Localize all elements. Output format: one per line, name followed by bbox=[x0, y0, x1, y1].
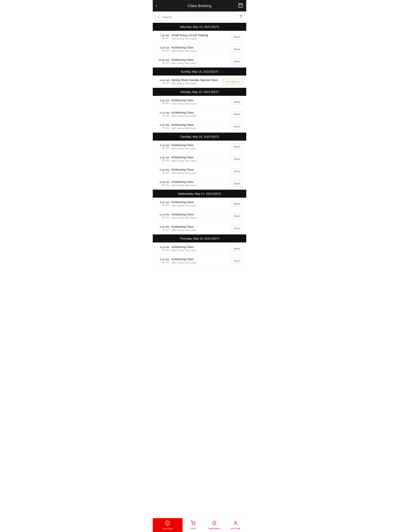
nav-book-now[interactable]: Book Now bbox=[153, 518, 183, 532]
day-header: Saturday, May 13, 2023 (EDT) bbox=[153, 23, 246, 31]
class-duration: 60 min bbox=[156, 114, 169, 117]
class-duration: 45 min bbox=[156, 228, 169, 231]
class-info: Kickboxing Classwith Cherry Hill Coach bbox=[171, 123, 228, 130]
class-time: 5:15 PM60 min bbox=[156, 213, 169, 219]
class-time-main: 5:15 PM bbox=[156, 111, 169, 114]
class-info: Kickboxing Classwith Cherry Hill Coach bbox=[171, 99, 228, 105]
check-circle-icon bbox=[165, 520, 170, 527]
class-time: 5:30 PM60 min bbox=[156, 168, 169, 174]
class-name: Kickboxing Class bbox=[171, 156, 228, 159]
search-input[interactable] bbox=[162, 15, 234, 19]
nav-my-profile[interactable]: My Profile bbox=[225, 518, 246, 532]
class-time-main: 5:30 PM bbox=[156, 168, 169, 171]
class-time-main: 9:30 AM bbox=[156, 156, 169, 159]
book-button[interactable]: Book bbox=[231, 156, 243, 162]
class-coach: with Cherry Hill Coach bbox=[171, 37, 228, 40]
class-row: 9:00 AM60 minSpring Shred Sunday Special… bbox=[153, 76, 246, 88]
class-name: Kickboxing Class bbox=[171, 143, 228, 147]
class-duration: 60 min bbox=[156, 204, 169, 207]
class-name: Small Group Circuit Training bbox=[171, 33, 228, 37]
day-header: Monday, May 15, 2023 (EDT) bbox=[153, 88, 246, 96]
book-button[interactable]: Book bbox=[231, 123, 243, 129]
class-coach: with Cherry Hill Coach bbox=[171, 261, 228, 264]
class-row: 6:30 PM45 minKickboxing Classwith Cherry… bbox=[153, 120, 246, 133]
class-info: Kickboxing Classwith Cherry Hill Coach bbox=[171, 111, 228, 117]
class-duration: 60 min bbox=[156, 102, 169, 105]
class-info: Kickboxing Classwith Cherry Hill Coach bbox=[171, 156, 228, 162]
class-duration: 60 min bbox=[156, 261, 169, 264]
search-input-wrap bbox=[155, 13, 237, 21]
book-button[interactable]: Book bbox=[231, 258, 243, 264]
class-time: 9:30 AM60 min bbox=[156, 99, 169, 105]
class-coach: with Cherry Hill Coach bbox=[171, 50, 228, 52]
book-button[interactable]: Book bbox=[231, 34, 243, 40]
class-time-main: 10:00 AM bbox=[156, 59, 169, 62]
book-button[interactable]: Book bbox=[231, 246, 243, 252]
class-info: Kickboxing Classwith Cherry Hill Coach bbox=[171, 46, 228, 52]
class-coach: with Cherry Hill Coach bbox=[171, 204, 228, 207]
class-coach: with Cherry Hill Coach bbox=[171, 249, 228, 252]
class-time-main: 7:30 AM bbox=[156, 34, 169, 37]
svg-point-12 bbox=[235, 521, 236, 523]
book-now-label: Book Now bbox=[163, 527, 172, 530]
class-duration: 60 min bbox=[156, 82, 169, 84]
store-label: Store bbox=[191, 527, 196, 530]
nav-notifications[interactable]: Notifications bbox=[204, 518, 225, 532]
app-header: ‹ Class Booking bbox=[153, 0, 246, 12]
class-info: Kickboxing Classwith Cherry Hill Coach bbox=[171, 257, 228, 264]
class-time: 9:30 AM60 min bbox=[156, 201, 169, 207]
book-button[interactable]: Book bbox=[231, 46, 243, 52]
class-time-main: 6:45 PM bbox=[156, 181, 169, 184]
person-icon bbox=[233, 521, 238, 526]
class-time: 6:15 AM45 min bbox=[156, 246, 169, 251]
book-button[interactable]: Book bbox=[231, 213, 243, 219]
book-button[interactable]: Book bbox=[231, 225, 243, 231]
class-time: 7:30 AM45 min bbox=[156, 34, 169, 40]
class-time-main: 6:15 AM bbox=[156, 246, 169, 249]
class-time: 9:30 AM60 min bbox=[156, 258, 169, 264]
class-duration: 45 min bbox=[156, 37, 169, 40]
filter-button[interactable] bbox=[238, 14, 244, 20]
class-row: 6:30 PM45 minKickboxing Classwith Cherry… bbox=[153, 222, 246, 234]
class-info: Kickboxing Classwith Cherry Hill Coach bbox=[171, 225, 228, 232]
class-info: Kickboxing Classwith Cherry Hill Coach bbox=[171, 168, 228, 174]
class-duration: 60 min bbox=[156, 159, 169, 162]
book-button[interactable]: Book bbox=[231, 201, 243, 207]
book-button[interactable]: Book bbox=[231, 58, 243, 64]
book-button[interactable]: Book bbox=[231, 181, 243, 187]
class-time: 9:30 AM60 min bbox=[156, 156, 169, 162]
class-name: Kickboxing Class bbox=[171, 225, 228, 228]
svg-rect-0 bbox=[239, 4, 243, 7]
class-time-main: 9:00 AM bbox=[156, 79, 169, 82]
class-name: Kickboxing Class bbox=[171, 58, 228, 61]
nav-store[interactable]: Store bbox=[183, 518, 204, 532]
class-coach: with Cherry Hill Coach bbox=[171, 229, 228, 232]
book-button[interactable]: Book bbox=[231, 111, 243, 117]
class-coach: with Cherry Hill Coach bbox=[171, 184, 228, 187]
class-name: Kickboxing Class bbox=[171, 168, 228, 171]
book-button[interactable]: Book bbox=[231, 168, 243, 174]
calendar-icon[interactable] bbox=[237, 3, 243, 9]
class-coach: with Cherry Hill Coach bbox=[171, 62, 228, 65]
class-name: Spring Shred Sunday Special Class bbox=[171, 78, 221, 82]
class-time: 6:30 PM45 min bbox=[156, 124, 169, 129]
join-waitlist-button[interactable]: Join Wait List bbox=[223, 79, 243, 85]
search-bar bbox=[153, 12, 246, 23]
class-row: 6:45 PM60 minKickboxing Classwith Cherry… bbox=[153, 177, 246, 190]
class-row: 9:30 AM60 minKickboxing Classwith Cherry… bbox=[153, 96, 246, 108]
class-time-main: 8:30 AM bbox=[156, 46, 169, 49]
class-name: Kickboxing Class bbox=[171, 213, 228, 216]
class-name: Kickboxing Class bbox=[171, 123, 228, 126]
book-button[interactable]: Book bbox=[231, 99, 243, 105]
class-row: 10:00 AM60 minKickboxing Classwith Cherr… bbox=[153, 55, 246, 68]
book-button[interactable]: Book bbox=[231, 144, 243, 150]
class-info: Kickboxing Classwith Cherry Hill Coach bbox=[171, 180, 228, 187]
class-time: 6:15 AM45 min bbox=[156, 144, 169, 150]
class-duration: 45 min bbox=[156, 249, 169, 251]
back-button[interactable]: ‹ bbox=[156, 3, 162, 8]
class-info: Spring Shred Sunday Special Classwith Ch… bbox=[171, 78, 221, 85]
class-info: Small Group Circuit Trainingwith Cherry … bbox=[171, 33, 228, 40]
class-time: 5:15 PM60 min bbox=[156, 111, 169, 117]
class-name: Kickboxing Class bbox=[171, 257, 228, 261]
class-coach: with Cherry Hill Coach bbox=[171, 102, 228, 105]
